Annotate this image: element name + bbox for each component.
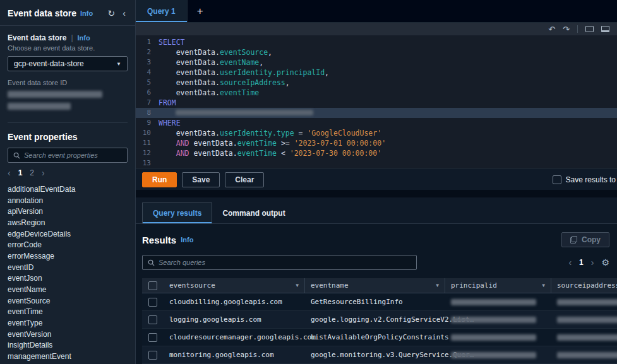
- code-line[interactable]: 13: [136, 158, 617, 168]
- event-property-item[interactable]: eventID: [8, 262, 128, 273]
- editor-preferences-icon[interactable]: [601, 26, 609, 32]
- line-number: 9: [136, 118, 159, 128]
- collapse-panel-icon[interactable]: ‹: [121, 9, 128, 18]
- event-property-item[interactable]: eventTime: [8, 307, 128, 318]
- code-text: [159, 108, 313, 118]
- refresh-icon[interactable]: ↻: [106, 9, 117, 18]
- row-checkbox-cell: [142, 298, 164, 307]
- code-line[interactable]: 8: [136, 108, 617, 118]
- undo-icon[interactable]: ↶: [548, 25, 555, 33]
- event-property-item[interactable]: awsRegion: [8, 217, 128, 228]
- event-property-item[interactable]: eventJson: [8, 273, 128, 285]
- cell-eventsource: logging.googleapis.com: [164, 311, 305, 328]
- sql-code-editor[interactable]: 1SELECT2 eventData.eventSource,3 eventDa…: [136, 35, 617, 168]
- s3-checkbox[interactable]: [553, 175, 561, 184]
- row-checkbox[interactable]: [148, 351, 157, 360]
- line-number: 1: [136, 37, 159, 47]
- code-line[interactable]: 10 eventData.userIdentity.type = 'Google…: [136, 128, 617, 138]
- keyboard-shortcuts-icon[interactable]: [585, 26, 594, 32]
- event-property-item[interactable]: additionalEventData: [8, 184, 128, 195]
- event-property-item[interactable]: errorCode: [8, 239, 128, 250]
- select-all-checkbox[interactable]: [148, 281, 157, 290]
- redacted-store-id-line2: [8, 103, 71, 110]
- code-text: AND eventData.eventTime < '2023-07-30 00…: [159, 148, 381, 158]
- tab-label: Query results: [153, 209, 201, 218]
- line-number: 5: [136, 78, 159, 88]
- results-controls: ‹ 1 › ⚙: [142, 254, 617, 271]
- table-preferences-gear-icon[interactable]: ⚙: [601, 257, 609, 267]
- cell-eventname: google.monitoring.v3.QueryService.Quer…: [305, 346, 445, 363]
- properties-search-input[interactable]: [24, 151, 122, 159]
- event-property-item[interactable]: eventSource: [8, 295, 128, 307]
- event-property-item[interactable]: annotation: [8, 195, 128, 206]
- event-property-item[interactable]: managementEvent: [8, 351, 128, 362]
- next-page-icon[interactable]: ›: [42, 168, 45, 177]
- code-line[interactable]: 4 eventData.userIdentity.principalId,: [136, 68, 617, 78]
- page-number[interactable]: 2: [30, 168, 34, 177]
- code-line[interactable]: 6 eventData.eventTime: [136, 88, 617, 98]
- prev-page-icon[interactable]: ‹: [568, 258, 572, 267]
- sort-caret-icon[interactable]: ▼: [436, 283, 439, 288]
- row-checkbox[interactable]: [148, 298, 157, 307]
- event-property-item[interactable]: eventName: [8, 284, 128, 295]
- tab-query-1[interactable]: Query 1: [136, 0, 188, 22]
- table-row[interactable]: monitoring.googleapis.comgoogle.monitori…: [142, 346, 617, 364]
- toolbar-separator: [577, 25, 578, 33]
- column-header-principalid[interactable]: principalid▼: [445, 278, 551, 293]
- line-number: 7: [136, 98, 159, 108]
- code-line[interactable]: 12 AND eventData.eventTime < '2023-07-30…: [136, 148, 617, 158]
- redo-icon[interactable]: ↷: [563, 25, 570, 33]
- code-line[interactable]: 5 eventData.sourceIpAddress,: [136, 78, 617, 88]
- event-properties-title: Event properties: [8, 132, 128, 142]
- results-search-input[interactable]: [159, 259, 411, 266]
- page-number[interactable]: 1: [579, 258, 584, 267]
- tab-command-output[interactable]: Command output: [212, 203, 295, 223]
- sort-caret-icon[interactable]: ▼: [296, 283, 299, 288]
- results-info-link[interactable]: Info: [181, 236, 193, 244]
- event-property-item[interactable]: apiVersion: [8, 206, 128, 217]
- table-row[interactable]: cloudbilling.googleapis.comGetResourceBi…: [142, 293, 617, 311]
- row-checkbox-cell: [142, 315, 164, 324]
- next-page-icon[interactable]: ›: [591, 258, 594, 267]
- table-row[interactable]: cloudresourcemanager.googleapis.comListA…: [142, 329, 617, 346]
- code-line[interactable]: 3 eventData.eventName,: [136, 57, 617, 68]
- column-label: eventsource: [169, 281, 215, 290]
- store-label: Event data store: [8, 33, 66, 42]
- event-property-item[interactable]: errorMessage: [8, 250, 128, 262]
- copy-button[interactable]: Copy: [561, 232, 609, 247]
- run-button[interactable]: Run: [142, 172, 177, 187]
- properties-pagination-pages: 12: [18, 168, 34, 177]
- row-checkbox[interactable]: [148, 333, 157, 342]
- code-line[interactable]: 7FROM: [136, 98, 617, 108]
- event-property-item[interactable]: edgeDeviceDetails: [8, 228, 128, 240]
- column-header-sourceipaddress[interactable]: sourceipaddress▼: [551, 278, 617, 293]
- event-property-item[interactable]: insightDetails: [8, 340, 128, 351]
- line-number: 2: [136, 47, 159, 57]
- panel-info-link[interactable]: Info: [80, 9, 93, 17]
- prev-page-icon[interactable]: ‹: [8, 168, 11, 177]
- tab-label: Command output: [222, 209, 285, 218]
- code-text: eventData.userIdentity.principalId,: [159, 68, 329, 78]
- table-row[interactable]: logging.googleapis.comgoogle.logging.v2.…: [142, 311, 617, 329]
- sort-caret-icon[interactable]: ▼: [542, 283, 545, 288]
- column-header-eventname[interactable]: eventname▼: [305, 278, 445, 293]
- cell-redacted-sourceipaddress: [551, 346, 617, 363]
- row-checkbox[interactable]: [148, 315, 157, 324]
- event-property-item[interactable]: eventType: [8, 317, 128, 329]
- store-info-link[interactable]: Info: [78, 34, 90, 42]
- page-number[interactable]: 1: [18, 168, 23, 177]
- save-button[interactable]: Save: [182, 172, 220, 187]
- row-checkbox-cell: [142, 333, 164, 342]
- clear-button[interactable]: Clear: [225, 172, 264, 187]
- code-line[interactable]: 2 eventData.eventSource,: [136, 47, 617, 57]
- code-line[interactable]: 9WHERE: [136, 118, 617, 128]
- redacted-value: [451, 352, 536, 358]
- event-property-item[interactable]: eventVersion: [8, 329, 128, 340]
- column-header-eventsource[interactable]: eventsource▼: [164, 278, 305, 293]
- tab-query-results[interactable]: Query results: [142, 203, 212, 223]
- new-query-tab-button[interactable]: +: [188, 0, 213, 22]
- code-line[interactable]: 1SELECT: [136, 37, 617, 47]
- code-line[interactable]: 11 AND eventData.eventTime >= '2023-07-0…: [136, 138, 617, 148]
- properties-search-box: [8, 148, 128, 163]
- event-data-store-select[interactable]: gcp-event-data-store ▼: [8, 56, 128, 71]
